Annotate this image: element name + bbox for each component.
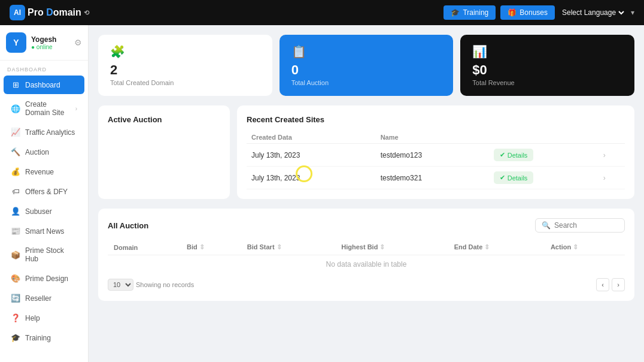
- sidebar-item-label: Smart News: [25, 227, 77, 236]
- revenue-stat-value: $0: [472, 62, 622, 78]
- language-select[interactable]: Select Language: [560, 8, 626, 17]
- rows-per-page-select[interactable]: 10 25 50: [108, 279, 133, 291]
- details-label: Details: [508, 152, 528, 159]
- sidebar-item-label: Auction: [25, 148, 77, 156]
- sidebar-item-training[interactable]: 🎓 Training: [4, 328, 84, 347]
- sidebar-item-revenue[interactable]: 💰 Revenue: [4, 162, 84, 181]
- col-bid: Bid ⇕: [181, 240, 241, 255]
- sidebar-item-offers[interactable]: 🏷 Offers & DFY: [4, 182, 84, 201]
- prev-page-button[interactable]: ‹: [596, 278, 609, 291]
- revenue-icon: 💰: [11, 167, 20, 176]
- settings-icon[interactable]: ⚙: [74, 38, 82, 47]
- col-end-date: End Date ⇕: [448, 240, 545, 255]
- recent-sites-panel: Recent Created Sites Created Data Name J…: [237, 105, 634, 199]
- sidebar-item-label: Traffic Analytics: [25, 128, 77, 137]
- sidebar-item-smart-news[interactable]: 📰 Smart News: [4, 222, 84, 240]
- revenue-stat-icon: 📊: [472, 44, 622, 59]
- details-icon: ✔: [500, 151, 505, 159]
- details-button[interactable]: ✔ Details: [494, 149, 534, 161]
- sidebar-item-traffic[interactable]: 📈 Traffic Analytics: [4, 123, 84, 141]
- row-action: ✔ Details: [489, 167, 599, 189]
- sidebar-item-create-domain[interactable]: 🌐 Create Domain Site ›: [4, 95, 84, 122]
- col-name: Name: [376, 131, 489, 144]
- details-button[interactable]: ✔ Details: [494, 171, 534, 184]
- no-data-message: No data available in table: [114, 260, 619, 269]
- sidebar-section-label: DASHBOARD: [0, 61, 88, 75]
- user-info: Yogesh ● online: [31, 35, 69, 50]
- next-page-button[interactable]: ›: [612, 278, 625, 291]
- search-input[interactable]: [554, 221, 618, 230]
- main-layout: Y Yogesh ● online ⚙ DASHBOARD ⊞ Dashboar…: [0, 25, 644, 362]
- row-name: testdemo123: [376, 144, 489, 167]
- training-button[interactable]: 🎓 Training: [443, 5, 496, 20]
- sidebar-item-prime-stock[interactable]: 📦 Prime Stock Hub: [4, 242, 84, 268]
- training-sidebar-icon: 🎓: [11, 333, 20, 342]
- sidebar-item-label: Reseller: [25, 294, 77, 303]
- sidebar-item-dashboard[interactable]: ⊞ Dashboard: [4, 76, 84, 94]
- active-auction-panel: Active Auction: [98, 105, 230, 199]
- training-label: Training: [463, 8, 488, 17]
- sidebar-item-auction[interactable]: 🔨 Auction: [4, 143, 84, 161]
- stats-row: 🧩 2 Total Created Domain 📋 0 Total Aucti…: [98, 35, 634, 96]
- sidebar-item-label: Create Domain Site: [25, 100, 71, 117]
- chevron-right-icon: ›: [75, 105, 77, 112]
- sidebar-item-help[interactable]: ❓ Help: [4, 309, 84, 327]
- sidebar-item-prime-design[interactable]: 🎨 Prime Design: [4, 269, 84, 288]
- sidebar-item-label: Prime Design: [25, 274, 77, 283]
- user-status: ● online: [31, 44, 69, 50]
- row-date: July 13th, 2023: [247, 144, 376, 167]
- sidebar-item-subuser[interactable]: 👤 Subuser: [4, 202, 84, 221]
- showing-label: Showing no records: [136, 281, 194, 288]
- training-icon: 🎓: [451, 8, 460, 17]
- table-footer: 10 25 50 Showing no records ‹ ›: [108, 278, 625, 291]
- prime-stock-icon: 📦: [11, 251, 20, 260]
- table-row: No data available in table: [108, 255, 625, 274]
- row-arrow: ›: [599, 144, 625, 167]
- subuser-icon: 👤: [11, 207, 20, 216]
- row-date: July 13th, 2023: [247, 167, 376, 189]
- row-arrow: ›: [599, 167, 625, 189]
- all-auction-title: All Auction: [108, 221, 148, 230]
- row-chevron-icon: ›: [603, 174, 606, 182]
- sidebar-item-label: Prime Stock Hub: [25, 246, 77, 263]
- search-box: 🔍: [535, 218, 625, 233]
- pagination: ‹ ›: [596, 278, 625, 291]
- bonuses-label: Bonuses: [520, 8, 548, 17]
- bonuses-button[interactable]: 🎁 Bonuses: [500, 5, 555, 20]
- stat-card-domain: 🧩 2 Total Created Domain: [98, 35, 272, 96]
- sidebar-item-label: Offers & DFY: [25, 188, 77, 196]
- sidebar-item-label: Revenue: [25, 168, 77, 176]
- logo-icon: AI: [10, 5, 25, 20]
- avatar: Y: [6, 32, 26, 53]
- smart-news-icon: 📰: [11, 227, 20, 236]
- domain-stat-icon: 🧩: [110, 44, 260, 59]
- stat-card-revenue: 📊 $0 Total Revenue: [460, 35, 634, 96]
- col-bid-start: Bid Start ⇕: [241, 240, 336, 255]
- details-icon: ✔: [500, 174, 505, 182]
- sidebar-item-reseller[interactable]: 🔄 Reseller: [4, 289, 84, 307]
- auction-stat-label: Total Auction: [291, 79, 442, 86]
- auction-header: All Auction 🔍: [108, 218, 625, 233]
- recent-sites-title: Recent Created Sites: [247, 115, 625, 124]
- auction-table: Domain Bid ⇕ Bid Start ⇕ Highest Bid ⇕ E…: [108, 240, 625, 273]
- create-domain-icon: 🌐: [11, 104, 20, 113]
- col-action: Action ⇕: [545, 240, 625, 255]
- logo: AI Pro Domain ⟲: [10, 5, 89, 20]
- auction-stat-icon: 📋: [291, 44, 442, 59]
- topbar: AI Pro Domain ⟲ 🎓 Training 🎁 Bonuses Sel…: [0, 0, 644, 25]
- active-auction-title: Active Auction: [108, 115, 220, 124]
- traffic-icon: 📈: [11, 128, 20, 137]
- no-data-cell: No data available in table: [108, 255, 625, 274]
- all-auction-section: All Auction 🔍 Domain Bid ⇕ Bid Start ⇕ H…: [98, 209, 634, 301]
- stat-card-auction: 📋 0 Total Auction: [280, 35, 454, 96]
- table-row: July 13th, 2023 testdemo123 ✔ Details: [247, 144, 625, 167]
- dashboard-icon: ⊞: [11, 80, 20, 89]
- sidebar-item-label: Training: [25, 334, 77, 342]
- col-created-date: Created Data: [247, 131, 376, 144]
- sidebar-item-label: Subuser: [25, 207, 77, 216]
- sidebar: Y Yogesh ● online ⚙ DASHBOARD ⊞ Dashboar…: [0, 25, 89, 362]
- col-domain: Domain: [108, 240, 181, 255]
- prime-design-icon: 🎨: [11, 274, 20, 283]
- col-arrow: [599, 131, 625, 144]
- domain-stat-value: 2: [110, 62, 260, 78]
